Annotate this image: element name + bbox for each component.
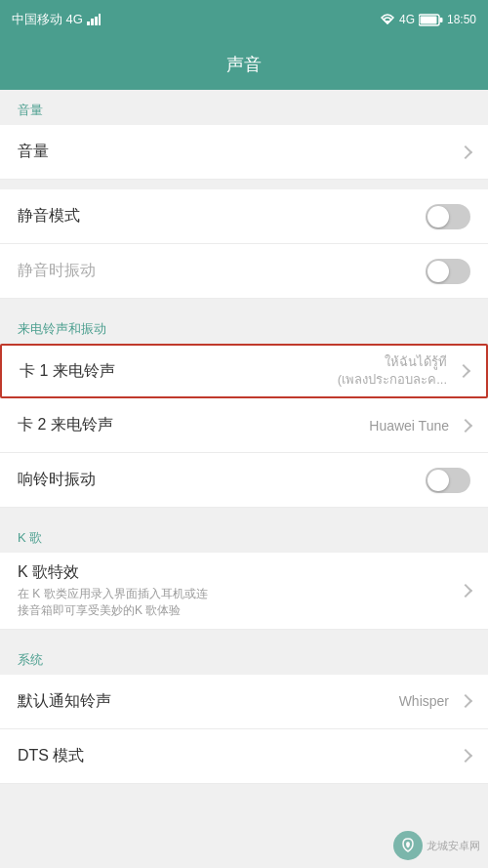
silent-mode-knob	[427, 206, 449, 227]
silent-vibrate-label: 静音时振动	[18, 261, 426, 281]
card1-ringtone-value: ให้ฉันได้รู้ที (เพลงประกอบละค...	[338, 353, 447, 389]
content-area: 音量 音量 静音模式 静音时振动	[0, 90, 488, 868]
4g-text: 4G	[399, 13, 415, 26]
system-section-header: 系统	[0, 640, 488, 675]
dts-mode-item[interactable]: DTS 模式	[0, 729, 488, 784]
card1-ringtone-item[interactable]: 卡 1 来电铃声 ให้ฉันได้รู้ที (เพลงประกอบละค..…	[0, 344, 488, 398]
wifi-icon	[380, 14, 395, 26]
watermark: 龙城安卓网	[393, 831, 480, 860]
volume-item-left: 音量	[18, 132, 461, 172]
silent-mode-left: 静音模式	[18, 196, 426, 236]
silent-vibrate-right	[426, 259, 470, 284]
karaoke-effect-label: K 歌特效	[18, 562, 461, 583]
svg-rect-1	[91, 19, 94, 25]
carrier-text: 中国移动 4G	[12, 11, 83, 28]
volume-item-right	[461, 147, 470, 157]
ring-vibrate-label: 响铃时振动	[18, 470, 426, 490]
page-title: 声音	[226, 53, 262, 76]
divider-1	[0, 180, 488, 189]
karaoke-effect-item[interactable]: K 歌特效 在 K 歌类应用录入界面插入耳机或连接音箱即可享受美妙的K 歌体验	[0, 553, 488, 630]
ring-vibrate-item[interactable]: 响铃时振动	[0, 453, 488, 508]
dts-mode-left: DTS 模式	[18, 736, 461, 776]
card2-ringtone-left: 卡 2 来电铃声	[18, 405, 369, 445]
ringtone-section-header: 来电铃声和振动	[0, 309, 488, 344]
volume-item[interactable]: 音量	[0, 125, 488, 180]
status-right: 4G 18:50	[380, 13, 476, 26]
volume-chevron	[459, 145, 472, 158]
ring-vibrate-left: 响铃时振动	[18, 460, 426, 500]
dts-chevron	[459, 749, 472, 763]
karaoke-effect-description: 在 K 歌类应用录入界面插入耳机或连接音箱即可享受美妙的K 歌体验	[18, 586, 213, 619]
watermark-logo	[393, 831, 423, 860]
card1-chevron	[457, 364, 470, 378]
silent-mode-item[interactable]: 静音模式	[0, 189, 488, 244]
divider-4	[0, 630, 488, 640]
svg-rect-2	[95, 17, 98, 25]
karaoke-chevron	[459, 584, 472, 598]
card1-ringtone-left: 卡 1 来电铃声	[20, 351, 338, 392]
divider-2	[0, 299, 488, 309]
watermark-text: 龙城安卓网	[427, 839, 480, 853]
default-notification-item[interactable]: 默认通知铃声 Whisper	[0, 675, 488, 729]
divider-3	[0, 508, 488, 517]
svg-rect-3	[99, 14, 101, 25]
card2-ringtone-label: 卡 2 来电铃声	[18, 415, 369, 435]
karaoke-effect-left: K 歌特效 在 K 歌类应用录入界面插入耳机或连接音箱即可享受美妙的K 歌体验	[18, 553, 461, 629]
silent-vibrate-knob	[427, 261, 449, 282]
card2-chevron	[459, 418, 472, 432]
volume-label: 音量	[18, 142, 461, 162]
silent-vibrate-left: 静音时振动	[18, 251, 426, 291]
ring-vibrate-right	[426, 468, 470, 493]
dts-mode-label: DTS 模式	[18, 746, 461, 766]
card2-ringtone-right: Huawei Tune	[369, 418, 470, 434]
silent-mode-right	[426, 204, 470, 229]
status-left: 中国移动 4G	[12, 11, 101, 28]
ring-vibrate-knob	[427, 470, 449, 491]
silent-vibrate-toggle[interactable]	[426, 259, 470, 284]
svg-rect-5	[439, 18, 442, 22]
status-bar: 中国移动 4G 4G 18:50	[0, 0, 488, 39]
karaoke-effect-right	[461, 586, 470, 596]
time-text: 18:50	[447, 13, 476, 26]
card1-ringtone-right: ให้ฉันได้รู้ที (เพลงประกอบละค...	[338, 353, 468, 389]
card2-ringtone-value: Huawei Tune	[369, 418, 449, 434]
card1-ringtone-label: 卡 1 来电铃声	[20, 361, 338, 382]
silent-vibrate-item[interactable]: 静音时振动	[0, 244, 488, 299]
battery-icon	[419, 14, 443, 26]
default-notification-value: Whisper	[399, 693, 449, 709]
karaoke-section-header: K 歌	[0, 517, 488, 553]
svg-rect-6	[420, 16, 436, 23]
default-notification-chevron	[459, 694, 472, 708]
volume-section-header: 音量	[0, 90, 488, 125]
default-notification-right: Whisper	[399, 693, 470, 709]
page-header: 声音	[0, 39, 488, 90]
ring-vibrate-toggle[interactable]	[426, 468, 470, 493]
card2-ringtone-item[interactable]: 卡 2 来电铃声 Huawei Tune	[0, 398, 488, 453]
default-notification-label: 默认通知铃声	[18, 691, 399, 712]
dts-mode-right	[461, 751, 470, 761]
silent-mode-label: 静音模式	[18, 206, 426, 227]
silent-mode-toggle[interactable]	[426, 204, 470, 229]
default-notification-left: 默认通知铃声	[18, 682, 399, 722]
svg-rect-0	[87, 21, 90, 25]
watermark-icon	[399, 837, 417, 854]
signal-icon	[87, 14, 101, 25]
